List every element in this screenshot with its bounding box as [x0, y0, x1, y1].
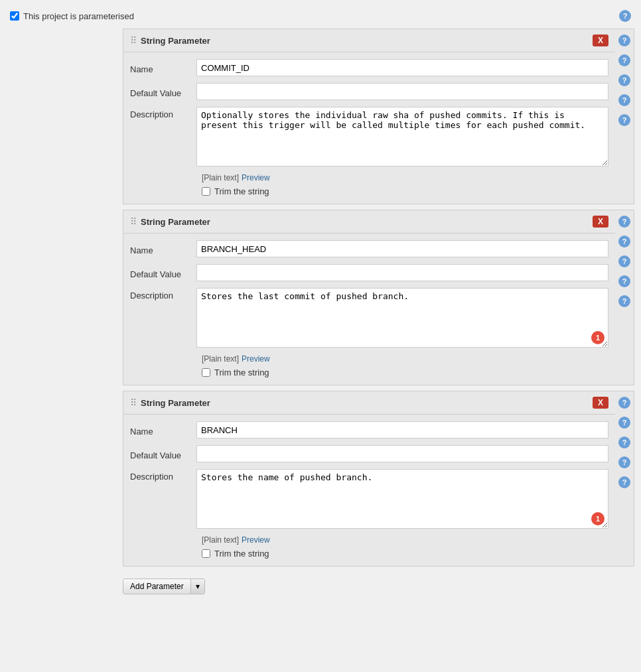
side-help-title-3[interactable]: ?	[618, 393, 631, 413]
add-param-row: Add Parameter ▾	[123, 572, 634, 601]
name-label-1: Name	[130, 62, 196, 74]
drag-handle-3[interactable]: ⠿	[130, 397, 137, 408]
page-container: This project is parameterised ? ⠿ String…	[0, 0, 641, 672]
trim-label-3: Trim the string	[214, 549, 269, 559]
trim-label-2: Trim the string	[214, 368, 269, 377]
trim-checkbox-2[interactable]	[202, 368, 210, 377]
add-param-button[interactable]: Add Parameter ▾	[123, 578, 205, 594]
plain-text-row-1: [Plain text] Preview	[123, 172, 615, 184]
param-title-3: String Parameter	[141, 398, 210, 408]
side-help-name-2[interactable]: ?	[618, 232, 631, 251]
side-help-name-1[interactable]: ?	[618, 50, 631, 70]
side-help-desc-3[interactable]: ?	[618, 452, 631, 472]
add-param-label: Add Parameter	[123, 579, 191, 594]
trim-row-1: Trim the string	[123, 184, 615, 200]
side-help-desc-2[interactable]: ?	[618, 271, 631, 291]
side-help-trim-1[interactable]: ?	[618, 110, 631, 130]
param-block-1: ⠿ String Parameter X Name	[123, 29, 634, 204]
name-label-2: Name	[130, 243, 196, 255]
default-value-input-2[interactable]	[196, 264, 608, 281]
param-header-left-3: ⠿ String Parameter	[130, 397, 210, 408]
project-param-checkbox[interactable]	[10, 11, 19, 21]
side-help-default-1[interactable]: ?	[618, 70, 631, 90]
default-value-label-3: Default Value	[130, 448, 196, 460]
description-textarea-2[interactable]	[196, 288, 608, 348]
preview-link-2[interactable]: Preview	[242, 354, 270, 364]
side-help-trim-3[interactable]: ?	[618, 472, 631, 492]
description-textarea-3[interactable]	[196, 469, 608, 529]
default-value-label-2: Default Value	[130, 267, 196, 279]
trim-label-1: Trim the string	[214, 186, 269, 196]
preview-link-1[interactable]: Preview	[242, 173, 270, 182]
project-param-text: This project is parameterised	[23, 11, 134, 21]
plain-text-label-3: [Plain text]	[202, 535, 239, 545]
side-help-name-3[interactable]: ?	[618, 413, 631, 433]
side-help-title-2[interactable]: ?	[618, 212, 631, 232]
side-help-desc-1[interactable]: ?	[618, 90, 631, 110]
param-title-1: String Parameter	[141, 36, 210, 46]
desc-badge-2: 1	[591, 331, 605, 344]
desc-badge-3: 1	[591, 512, 605, 525]
trim-checkbox-1[interactable]	[202, 187, 210, 196]
param-body-2: Name Default Value Descrip	[123, 234, 615, 385]
side-help-trim-2[interactable]: ?	[618, 291, 631, 311]
delete-btn-3[interactable]: X	[593, 397, 608, 409]
top-checkbox-row: This project is parameterised ?	[0, 7, 641, 29]
add-param-arrow-icon: ▾	[191, 579, 204, 594]
side-help-title-1[interactable]: ?	[618, 31, 631, 50]
plain-text-row-3: [Plain text] Preview	[123, 534, 615, 546]
plain-text-label-1: [Plain text]	[202, 173, 239, 182]
side-help-default-3[interactable]: ?	[618, 433, 631, 452]
param-body-3: Name Default Value Descrip	[123, 415, 615, 566]
name-input-1[interactable]	[196, 59, 608, 76]
side-help-default-2[interactable]: ?	[618, 251, 631, 271]
delete-btn-1[interactable]: X	[593, 34, 608, 46]
param-header-3: ⠿ String Parameter X	[123, 391, 615, 415]
description-label-2: Description	[130, 288, 196, 301]
plain-text-label-2: [Plain text]	[202, 354, 239, 364]
param-header-left-2: ⠿ String Parameter	[130, 216, 210, 227]
description-label-3: Description	[130, 469, 196, 482]
default-value-input-3[interactable]	[196, 445, 608, 462]
description-textarea-1[interactable]	[196, 107, 608, 167]
name-input-3[interactable]	[196, 421, 608, 438]
default-value-input-1[interactable]	[196, 83, 608, 100]
params-wrapper: ⠿ String Parameter X Name	[123, 29, 634, 601]
name-label-3: Name	[130, 424, 196, 437]
preview-link-3[interactable]: Preview	[242, 535, 270, 545]
default-value-label-1: Default Value	[130, 86, 196, 98]
trim-row-3: Trim the string	[123, 546, 615, 563]
param-title-2: String Parameter	[141, 217, 210, 227]
param-header-2: ⠿ String Parameter X	[123, 210, 615, 234]
param-block-3: ⠿ String Parameter X Name	[123, 391, 634, 567]
plain-text-row-2: [Plain text] Preview	[123, 353, 615, 365]
drag-handle-2[interactable]: ⠿	[130, 216, 137, 227]
param-header-1: ⠿ String Parameter X	[123, 29, 615, 52]
trim-row-2: Trim the string	[123, 365, 615, 381]
drag-handle-1[interactable]: ⠿	[130, 35, 137, 46]
param-body-1: Name Default Value	[123, 52, 615, 204]
param-block-2: ⠿ String Parameter X Name	[123, 210, 634, 385]
project-param-help-icon[interactable]: ?	[619, 10, 631, 22]
project-param-label[interactable]: This project is parameterised	[10, 11, 134, 21]
description-label-1: Description	[130, 107, 196, 119]
delete-btn-2[interactable]: X	[593, 216, 608, 228]
trim-checkbox-3[interactable]	[202, 549, 210, 558]
param-header-left-1: ⠿ String Parameter	[130, 35, 210, 46]
name-input-2[interactable]	[196, 240, 608, 257]
